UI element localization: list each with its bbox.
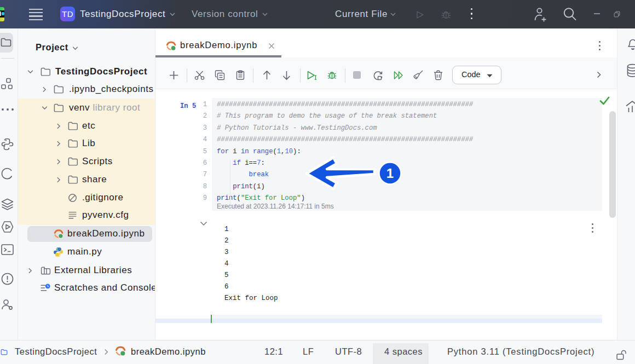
- svg-text:1: 1: [386, 166, 394, 181]
